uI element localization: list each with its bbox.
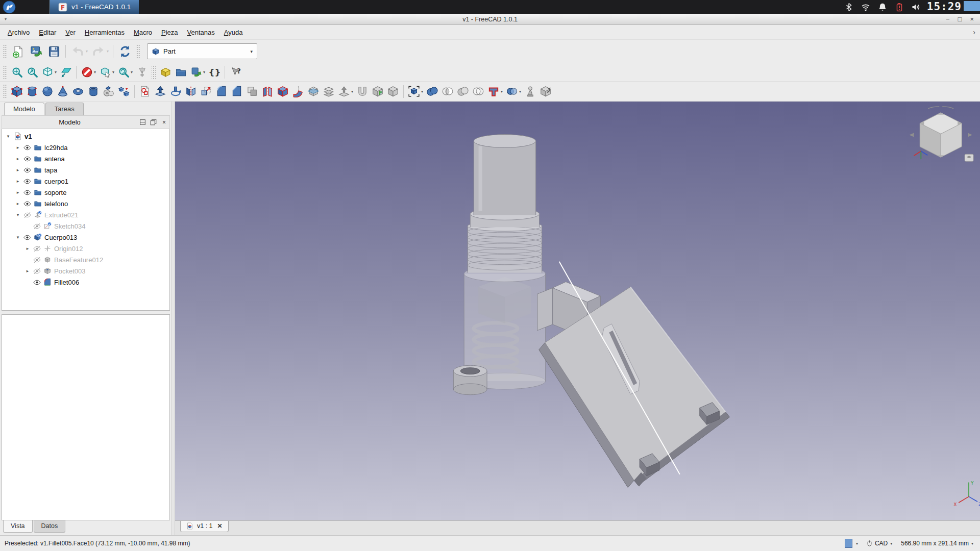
new-file-button[interactable]: [9, 42, 27, 60]
menu-pieza[interactable]: Pieza: [157, 27, 183, 38]
ruled-surface-tool[interactable]: [260, 84, 275, 99]
tree-item-antena[interactable]: ▸antena: [2, 153, 169, 164]
document-tab[interactable]: v1 : 1 ✕: [180, 521, 229, 532]
offset-2d-tool-dropdown[interactable]: ▾: [351, 89, 353, 94]
tree-expander-icon[interactable]: ▸: [15, 167, 21, 172]
make-face-tool[interactable]: [244, 84, 260, 99]
shape-builder-tool[interactable]: [116, 84, 132, 99]
tree-item-basefeature012[interactable]: BaseFeature012: [2, 254, 169, 265]
tree-expander-icon[interactable]: ▸: [15, 201, 21, 206]
zoom-rotate-button[interactable]: [116, 65, 131, 80]
menu-herramientas[interactable]: Herramientas: [80, 27, 129, 38]
panel-float-button[interactable]: [148, 119, 159, 126]
create-group-button[interactable]: [173, 65, 188, 80]
window-menu-icon[interactable]: ▾: [5, 17, 7, 21]
tree-expander-icon[interactable]: ▾: [15, 235, 21, 240]
app-menu-icon[interactable]: [3, 1, 16, 14]
create-part-button[interactable]: [158, 65, 173, 80]
tree-item-telefono[interactable]: ▸telefono: [2, 198, 169, 209]
toolbar-handle[interactable]: [136, 45, 140, 58]
tree-expander-icon[interactable]: ▸: [15, 145, 21, 150]
tree-item-lc29hda[interactable]: ▸lc29hda: [2, 142, 169, 153]
extrude-tool[interactable]: [153, 84, 168, 99]
nav-style-selector[interactable]: CAD ▾: [867, 539, 892, 547]
menu-ventanas[interactable]: Ventanas: [183, 27, 219, 38]
undo-button-dropdown[interactable]: ▾: [86, 49, 88, 54]
fillet-tool[interactable]: [214, 84, 229, 99]
save-button[interactable]: [45, 42, 63, 60]
create-sketch-tool[interactable]: [137, 84, 153, 99]
draw-style-button-dropdown[interactable]: ▾: [94, 70, 96, 74]
loft-tool[interactable]: [275, 84, 290, 99]
menu-ver[interactable]: Ver: [61, 27, 80, 38]
view-sync-button[interactable]: [97, 65, 113, 80]
tree-expander-icon[interactable]: ▸: [24, 268, 31, 273]
expression-button[interactable]: {}: [207, 65, 222, 80]
redo-button[interactable]: [89, 42, 107, 60]
tree-item-v1[interactable]: ▾v1: [2, 131, 169, 142]
transform-tool[interactable]: [199, 84, 214, 99]
tree-item-sketch034[interactable]: Sketch034: [2, 220, 169, 232]
notifications-icon[interactable]: [878, 3, 887, 12]
whats-this-button[interactable]: ?: [228, 65, 243, 80]
zoom-rotate-button-dropdown[interactable]: ▾: [131, 70, 133, 74]
bluetooth-icon[interactable]: [844, 3, 853, 12]
panel-close-button[interactable]: ×: [159, 119, 169, 126]
tree-item-extrude021[interactable]: ▾Extrude021: [2, 209, 169, 220]
toolbar-handle[interactable]: [152, 66, 156, 79]
join-features-tool-dropdown[interactable]: ▾: [501, 89, 503, 94]
cylinder-tool[interactable]: [24, 84, 40, 99]
shape-from-mesh-tool[interactable]: [538, 84, 553, 99]
boolean-xor-tool[interactable]: [471, 84, 486, 99]
sphere-tool[interactable]: [40, 84, 55, 99]
defeaturing-tool[interactable]: [523, 84, 538, 99]
menubar-overflow-icon[interactable]: ›: [973, 28, 980, 36]
tree-item-tapa[interactable]: ▸tapa: [2, 164, 169, 176]
box-tool[interactable]: [9, 84, 24, 99]
join-features-tool[interactable]: [486, 84, 501, 99]
menu-archivo[interactable]: Archivo: [3, 27, 34, 38]
refresh-button[interactable]: [116, 42, 134, 60]
tab-vista[interactable]: Vista: [3, 520, 33, 533]
tree-expander-icon[interactable]: ▾: [5, 134, 11, 139]
section-tool[interactable]: [306, 84, 321, 99]
boolean-union-tool[interactable]: [425, 84, 440, 99]
tree-item-origin012[interactable]: ▸Origin012: [2, 243, 169, 254]
open-file-button[interactable]: [27, 42, 45, 60]
battery-icon[interactable]: [895, 3, 904, 12]
tree-expander-icon[interactable]: ▸: [15, 190, 21, 195]
navcube-rotate-left-icon[interactable]: [909, 133, 914, 137]
panel-overview-button[interactable]: [137, 119, 148, 126]
navcube-menu-button[interactable]: [965, 154, 973, 161]
boolean-common-tool[interactable]: [440, 84, 455, 99]
toolbar-handle[interactable]: [3, 66, 7, 79]
toolbar-handle[interactable]: [3, 45, 7, 58]
offset-3d-tool[interactable]: [355, 84, 370, 99]
wifi-icon[interactable]: [861, 3, 870, 12]
redo-button-dropdown[interactable]: ▾: [107, 49, 109, 54]
sweep-tool[interactable]: [290, 84, 306, 99]
make-link-button-dropdown[interactable]: ▾: [203, 70, 205, 74]
tree-item-cuerpo1[interactable]: ▸cuerpo1: [2, 176, 169, 187]
torus-tool[interactable]: [70, 84, 86, 99]
tab-tareas[interactable]: Tareas: [45, 103, 84, 115]
boolean-cut-tool[interactable]: [455, 84, 471, 99]
tree-item-pocket003[interactable]: ▸Pocket003: [2, 265, 169, 277]
tree-item-soporte[interactable]: ▸soporte: [2, 187, 169, 198]
property-editor[interactable]: [2, 314, 170, 520]
tree-expander-icon[interactable]: ▾: [15, 212, 21, 217]
minimize-button[interactable]: −: [946, 14, 950, 24]
close-button[interactable]: ×: [970, 14, 974, 24]
cross-sections-tool[interactable]: [321, 84, 336, 99]
navigation-cube[interactable]: [909, 107, 973, 161]
chevron-down-icon[interactable]: ▾: [856, 541, 858, 546]
taskbar-clock[interactable]: 15:29: [927, 0, 962, 14]
chamfer-tool[interactable]: [229, 84, 244, 99]
offset-2d-tool[interactable]: [336, 84, 352, 99]
view-sync-button-dropdown[interactable]: ▾: [112, 70, 114, 74]
tab-datos[interactable]: Datos: [34, 520, 66, 533]
compound-tool-dropdown[interactable]: ▾: [421, 89, 423, 94]
workbench-selector[interactable]: Part ▾: [147, 43, 257, 59]
menu-macro[interactable]: Macro: [129, 27, 157, 38]
tree-expander-icon[interactable]: ▸: [15, 156, 21, 161]
